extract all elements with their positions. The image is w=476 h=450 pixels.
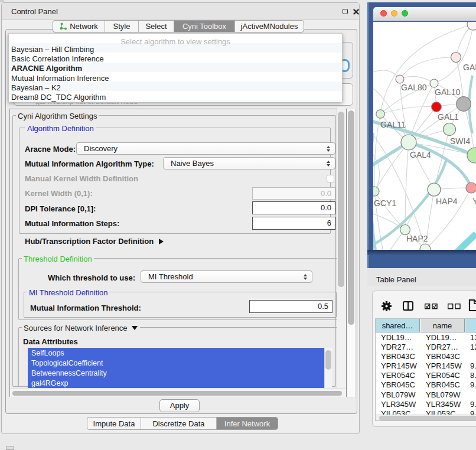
svg-text:HAP2: HAP2 bbox=[406, 234, 428, 243]
svg-text:GAL4: GAL4 bbox=[410, 150, 431, 159]
svg-text:GCY1: GCY1 bbox=[374, 198, 396, 208]
svg-text:HAP4: HAP4 bbox=[436, 197, 458, 206]
svg-text:GAL10: GAL10 bbox=[435, 87, 461, 97]
svg-text:SWI4: SWI4 bbox=[450, 136, 470, 146]
svg-text:GAL1: GAL1 bbox=[438, 112, 459, 122]
svg-text:GAL11: GAL11 bbox=[380, 120, 406, 129]
svg-text:GAL: GAL bbox=[463, 63, 476, 72]
svg-text:Y: Y bbox=[472, 197, 476, 206]
svg-text:GAL80: GAL80 bbox=[401, 83, 427, 92]
